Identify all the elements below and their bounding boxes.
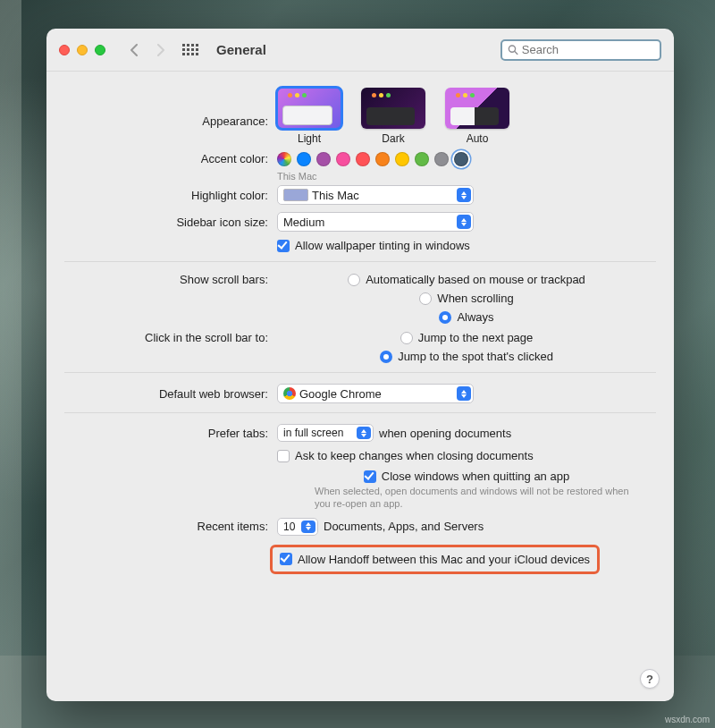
clickscroll-page-radio[interactable] bbox=[400, 332, 413, 344]
chevron-updown-icon bbox=[457, 188, 471, 202]
tabs-select[interactable]: in full screen bbox=[277, 424, 374, 442]
accent-multicolor[interactable] bbox=[277, 152, 291, 166]
accent-swatches bbox=[277, 152, 468, 166]
recent-select[interactable]: 10 bbox=[277, 518, 318, 536]
accent-green[interactable] bbox=[415, 152, 429, 166]
fullscreen-window-button[interactable] bbox=[95, 45, 105, 55]
highlight-label: Highlight color: bbox=[64, 189, 277, 202]
sidebar-size-label: Sidebar icon size: bbox=[64, 216, 277, 229]
chevron-updown-icon bbox=[457, 215, 471, 229]
highlight-annotation: Allow Handoff between this Mac and your … bbox=[270, 545, 600, 574]
wallpaper-tint-label: Allow wallpaper tinting in windows bbox=[295, 239, 470, 252]
ask-keep-changes-label: Ask to keep changes when closing documen… bbox=[295, 449, 534, 462]
accent-graphite[interactable] bbox=[434, 152, 449, 166]
browser-label: Default web browser: bbox=[64, 387, 277, 401]
chrome-icon bbox=[283, 387, 296, 400]
appearance-option-light[interactable]: Light bbox=[277, 88, 341, 145]
scrollbars-scrolling-radio[interactable] bbox=[419, 292, 432, 305]
accent-red[interactable] bbox=[356, 152, 370, 166]
tabs-label: Prefer tabs: bbox=[64, 427, 277, 440]
sidebar-size-select[interactable]: Medium bbox=[277, 212, 474, 232]
close-windows-checkbox[interactable] bbox=[364, 470, 376, 483]
accent-caption: This Mac bbox=[277, 171, 317, 182]
scrollbars-always-radio[interactable] bbox=[439, 311, 451, 324]
show-all-button[interactable] bbox=[182, 44, 198, 55]
ask-keep-changes-checkbox[interactable] bbox=[277, 450, 290, 462]
scrollbars-label: Show scroll bars: bbox=[64, 273, 277, 286]
chevron-updown-icon bbox=[357, 427, 371, 439]
forward-button[interactable] bbox=[152, 41, 170, 59]
search-field[interactable] bbox=[500, 39, 661, 61]
clickscroll-spot-radio[interactable] bbox=[380, 351, 392, 363]
search-icon bbox=[508, 44, 518, 55]
svg-line-1 bbox=[515, 51, 517, 54]
recent-label: Recent items: bbox=[64, 520, 277, 533]
close-windows-label: Close windows when quitting an app bbox=[382, 470, 569, 483]
appearance-option-auto[interactable]: Auto bbox=[445, 88, 509, 145]
accent-purple[interactable] bbox=[316, 152, 331, 166]
handoff-checkbox[interactable] bbox=[280, 553, 292, 565]
close-window-button[interactable] bbox=[59, 45, 70, 55]
separator bbox=[64, 412, 656, 413]
wallpaper-tint-checkbox[interactable] bbox=[277, 240, 290, 252]
content-pane: Appearance: Light Dark Auto bbox=[46, 72, 674, 701]
accent-blue[interactable] bbox=[297, 152, 311, 166]
handoff-label: Allow Handoff between this Mac and your … bbox=[298, 553, 590, 566]
separator bbox=[64, 261, 656, 262]
appearance-label: Appearance: bbox=[64, 88, 277, 128]
window-controls bbox=[59, 45, 105, 55]
watermark: wsxdn.com bbox=[665, 715, 710, 724]
search-input[interactable] bbox=[522, 43, 654, 56]
tabs-suffix: when opening documents bbox=[379, 427, 511, 440]
accent-label: Accent color: bbox=[64, 152, 277, 165]
toolbar: General bbox=[46, 29, 674, 72]
separator bbox=[64, 372, 656, 373]
browser-select[interactable]: Google Chrome bbox=[277, 384, 474, 403]
accent-pink[interactable] bbox=[336, 152, 350, 166]
window-title: General bbox=[216, 42, 266, 57]
minimize-window-button[interactable] bbox=[77, 45, 88, 55]
clickscroll-label: Click in the scroll bar to: bbox=[64, 331, 277, 344]
highlight-select[interactable]: This Mac bbox=[277, 185, 474, 205]
recent-suffix: Documents, Apps, and Servers bbox=[324, 520, 484, 533]
highlight-swatch-icon bbox=[283, 189, 308, 201]
chevron-updown-icon bbox=[301, 521, 315, 533]
back-button[interactable] bbox=[125, 41, 143, 59]
close-windows-note: When selected, open documents and window… bbox=[315, 485, 636, 511]
help-button[interactable]: ? bbox=[640, 669, 660, 689]
accent-orange[interactable] bbox=[375, 152, 390, 166]
scrollbars-auto-radio[interactable] bbox=[348, 274, 360, 286]
preferences-window: General Appearance: Light Dark bbox=[46, 29, 674, 701]
appearance-option-dark[interactable]: Dark bbox=[361, 88, 425, 145]
chevron-updown-icon bbox=[457, 386, 471, 401]
accent-thismac[interactable] bbox=[454, 152, 468, 166]
accent-yellow[interactable] bbox=[395, 152, 409, 166]
